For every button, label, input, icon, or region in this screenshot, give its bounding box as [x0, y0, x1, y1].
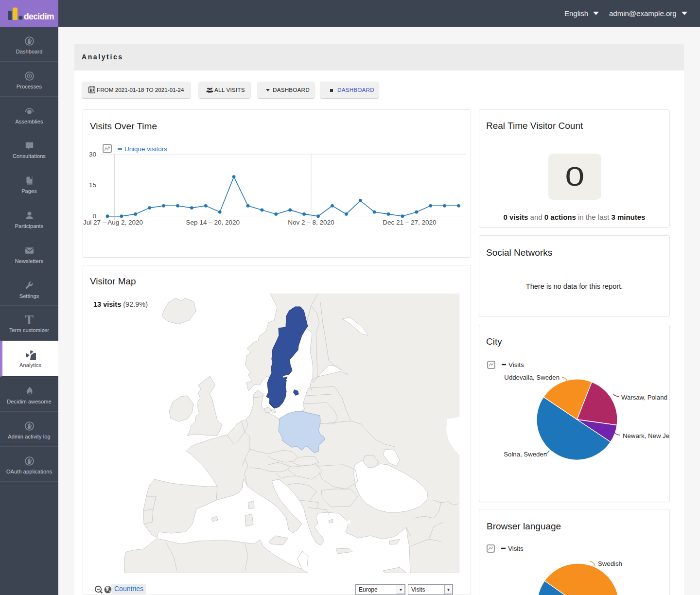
svg-text:Warsaw, Poland: Warsaw, Poland — [621, 394, 667, 401]
svg-text:Unique visitors: Unique visitors — [124, 145, 167, 153]
svg-text:Dec 21 – 27, 2020: Dec 21 – 27, 2020 — [383, 219, 436, 226]
svg-text:15: 15 — [89, 181, 96, 189]
svg-text:30: 30 — [89, 151, 96, 158]
svg-text:Swedish: Swedish — [598, 560, 622, 567]
svg-text:Sep 14 – 20, 2020: Sep 14 – 20, 2020 — [186, 219, 240, 226]
svg-text:Visits: Visits — [508, 361, 524, 368]
svg-text:Newark, New Jersey: Newark, New Jersey — [623, 432, 669, 439]
svg-text:Nov 2 – 8, 2020: Nov 2 – 8, 2020 — [288, 219, 334, 226]
svg-text:Solna, Sweden: Solna, Sweden — [504, 451, 547, 458]
svg-text:Visits: Visits — [508, 545, 524, 552]
svg-text:Jul 27 – Aug 2, 2020: Jul 27 – Aug 2, 2020 — [83, 219, 143, 226]
svg-text:Uddevalla, Sweden: Uddevalla, Sweden — [504, 374, 560, 381]
